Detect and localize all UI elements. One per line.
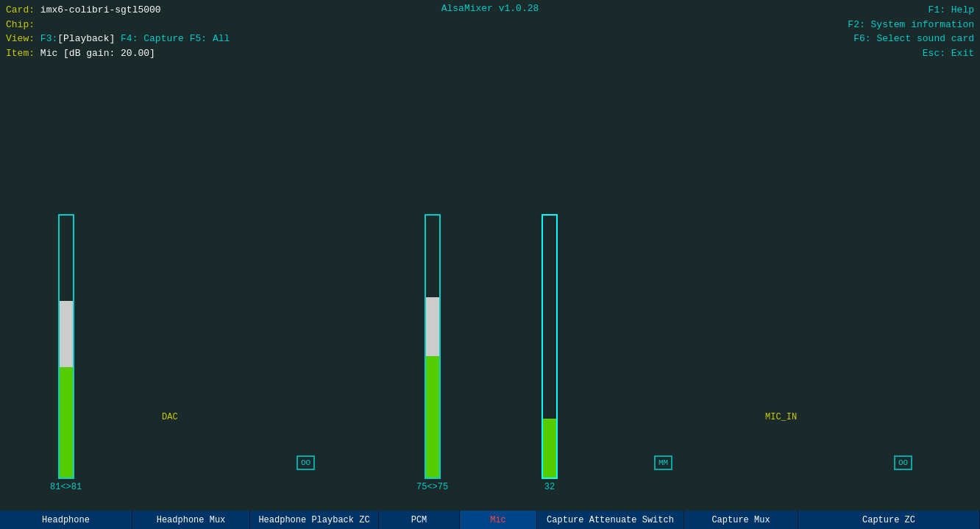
mic-fader-green [543,419,556,477]
info-left: Card: imx6-colibri-sgtl5000 Chip: View: … [6,3,230,60]
label-capture-zc[interactable]: Capture ZC [798,511,980,529]
f2-sysinfo[interactable]: F2: System information [848,18,974,32]
label-headphone[interactable]: Headphone [0,511,132,529]
pcm-value: 75<>75 [416,482,448,492]
pcm-fader-white [426,297,439,356]
capture-zc-toggle-wrap: OO [894,452,912,470]
capture-zc-toggle[interactable]: OO [894,455,912,470]
label-mic[interactable]: Mic [460,511,537,529]
card-info: Card: imx6-colibri-sgtl5000 [6,3,230,18]
info-right: F1: Help F2: System information F6: Sele… [848,3,974,60]
label-pcm[interactable]: PCM [379,511,460,529]
pcm-fader-green [426,356,439,477]
mic-in-label: MIC_IN [765,412,797,422]
item-info: Item: Mic [dB gain: 20.00] [6,46,230,61]
chip-info: Chip: [6,18,230,32]
mic-value: 32 [544,482,555,492]
f1-help[interactable]: F1: Help [848,3,974,18]
label-headphone-playback-zc[interactable]: Headphone Playback ZC [250,511,379,529]
label-capture-attenuate-switch[interactable]: Capture Attenuate Switch [537,511,684,529]
view-info: View: F3:[Playback] F4: Capture F5: All [6,32,230,46]
headphone-mux-box[interactable]: OO [297,455,315,470]
dac-label: DAC [162,412,178,422]
capture-attenuate-toggle[interactable]: MM [654,455,672,470]
channel-headphone: 81<>81 [50,214,82,492]
headphone-fader[interactable] [58,214,74,479]
f6-soundcard[interactable]: F6: Select sound card [848,32,974,46]
headphone-value: 81<>81 [50,482,82,492]
esc-exit[interactable]: Esc: Exit [848,46,974,61]
headphone-fader-white [60,301,73,367]
mixer-main: 81<>81 DAC OO 75<>75 32 MIC_IN MM OO [0,63,980,511]
mic-fader[interactable] [542,214,558,479]
header: AlsaMixer v1.0.28 Card: imx6-colibri-sgt… [0,0,980,18]
headphone-mux-toggle[interactable]: OO [297,452,315,470]
label-headphone-mux[interactable]: Headphone Mux [132,511,250,529]
capture-attenuate-toggle-wrap: MM [654,452,672,470]
channel-label-row: Headphone Headphone Mux Headphone Playba… [0,511,980,529]
pcm-fader[interactable] [425,214,441,479]
headphone-fader-green [60,367,73,477]
channel-mic: 32 [542,214,558,492]
label-capture-mux[interactable]: Capture Mux [684,511,798,529]
channel-pcm: 75<>75 [416,214,448,492]
